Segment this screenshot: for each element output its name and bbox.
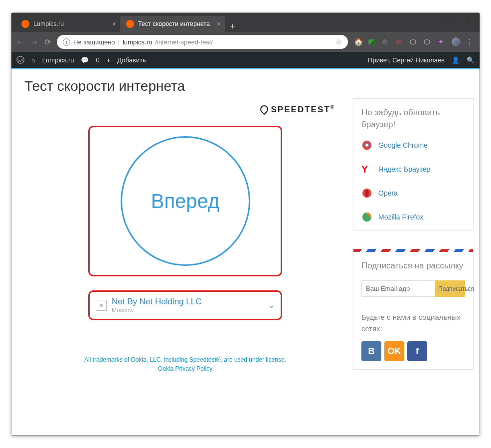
maximize-button[interactable]: ▢ [444, 17, 450, 25]
bookmark-icon[interactable]: ☆ [335, 37, 342, 46]
widget-title: Не забудь обновить браузер! [361, 107, 465, 131]
tab-speedtest[interactable]: Тест скорости интернета × [120, 16, 225, 32]
wp-user-icon[interactable]: 👤 [452, 56, 460, 64]
site-info-icon[interactable]: i [63, 38, 70, 46]
wp-add-label[interactable]: Добавить [117, 56, 146, 64]
server-name: Net By Net Holding LLC [112, 297, 264, 307]
favicon-icon [126, 20, 134, 28]
reload-button[interactable]: ⟳ [44, 37, 51, 47]
forward-button[interactable]: → [30, 37, 38, 46]
page-title: Тест скорости интернета [11, 76, 480, 98]
toolbar: ← → ⟳ i Не защищено | lumpics.ru/interne… [11, 32, 480, 52]
chrome-icon [361, 140, 372, 151]
go-button[interactable]: Вперед [121, 136, 250, 266]
highlight-server: ≡ Net By Net Holding LLC Moscow ⌄ [88, 290, 282, 320]
browser-link-chrome[interactable]: Google Chrome [361, 140, 465, 151]
close-tab-icon[interactable]: × [112, 20, 116, 28]
close-tab-icon[interactable]: × [217, 20, 221, 28]
update-browser-widget: Не забудь обновить браузер! Google Chrom… [353, 98, 474, 231]
vk-button[interactable]: B [361, 341, 381, 361]
subscribe-button[interactable]: Подписаться [435, 280, 465, 297]
tab-bar: Lumpics.ru × Тест скорости интернета × + [11, 13, 480, 32]
tab-title: Lumpics.ru [33, 20, 64, 27]
ext-icon[interactable]: ✦ [438, 37, 447, 46]
wp-site-name[interactable]: Lumpics.ru [42, 56, 74, 64]
subscribe-widget: Подписаться на рассылку Подписаться Будь… [353, 249, 474, 370]
tab-lumpics[interactable]: Lumpics.ru × [15, 16, 120, 32]
ext-icon[interactable]: 🏠 [354, 37, 363, 46]
ext-icon[interactable]: ✉ [396, 37, 405, 46]
back-button[interactable]: ← [16, 37, 24, 46]
profile-avatar[interactable] [452, 37, 461, 46]
browser-link-firefox[interactable]: Mozilla Firefox [361, 212, 465, 223]
firefox-icon [361, 212, 372, 223]
ext-icon[interactable]: ⊕ [382, 37, 391, 46]
speedtest-brand: SPEEDTEST® [23, 98, 347, 115]
wp-greeting[interactable]: Привет, Сергей Николаев [368, 56, 445, 64]
browser-link-yandex[interactable]: YЯндекс Браузер [361, 164, 465, 175]
wordpress-icon[interactable] [16, 56, 24, 64]
extensions: 🏠 ◩ ⊕ ✉ ⬡ ⬡ ✦ ⋮ [354, 37, 475, 46]
ext-icon[interactable]: ◩ [368, 37, 377, 46]
wp-admin-bar: ⌂ Lumpics.ru 💬 0 + Добавить Привет, Серг… [11, 52, 480, 68]
legal-text: All trademarks of Ookla, LLC, including … [23, 325, 347, 373]
svg-point-3 [365, 144, 368, 147]
tab-title: Тест скорости интернета [138, 20, 210, 27]
accent-bar [11, 68, 480, 69]
subscribe-title: Подписаться на рассылку [361, 260, 465, 272]
gauge-icon [258, 104, 270, 115]
wp-add-icon[interactable]: + [107, 56, 111, 64]
close-button[interactable]: ✕ [465, 17, 471, 25]
minimize-button[interactable]: — [422, 17, 429, 25]
address-bar[interactable]: i Не защищено | lumpics.ru/internet-spee… [57, 35, 348, 49]
server-icon: ≡ [96, 300, 107, 311]
chevron-down-icon[interactable]: ⌄ [269, 301, 275, 309]
fb-button[interactable]: f [407, 341, 427, 361]
url-path: /internet-speed-test/ [155, 38, 213, 46]
ext-icon[interactable]: ⬡ [410, 37, 419, 46]
svg-point-5 [365, 189, 368, 197]
yandex-icon: Y [361, 164, 372, 175]
server-location: Moscow [112, 307, 264, 314]
social-title: Будьте с нами в социальных сетях: [361, 312, 465, 334]
wp-search-icon[interactable]: 🔍 [467, 56, 475, 64]
email-field[interactable] [361, 280, 435, 297]
wp-comments-count: 0 [96, 56, 99, 64]
browser-link-opera[interactable]: Opera [361, 188, 465, 199]
chrome-menu-icon[interactable]: ⋮ [466, 37, 475, 46]
security-label: Не защищено [73, 38, 115, 46]
ext-icon[interactable]: ⬡ [424, 37, 433, 46]
wp-home-icon[interactable]: ⌂ [31, 56, 35, 64]
new-tab-button[interactable]: + [225, 21, 240, 32]
url-domain: lumpics.ru [123, 38, 152, 46]
privacy-link[interactable]: Ookla Privacy Policy [158, 365, 212, 372]
highlight-go: Вперед [88, 126, 282, 276]
favicon-icon [21, 20, 29, 28]
wp-comments-icon[interactable]: 💬 [81, 56, 89, 64]
opera-icon [361, 188, 372, 199]
server-selector[interactable]: Net By Net Holding LLC Moscow [112, 297, 264, 314]
ok-button[interactable]: OK [384, 341, 404, 361]
